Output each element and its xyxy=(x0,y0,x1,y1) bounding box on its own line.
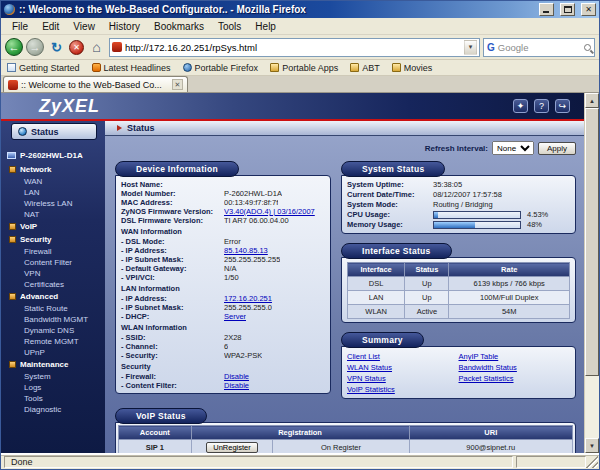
reload-button[interactable]: ↻ xyxy=(47,38,66,57)
sidebar-item-dynamic-dns[interactable]: Dynamic DNS xyxy=(1,325,105,336)
sidebar-item-lan[interactable]: LAN xyxy=(1,187,105,198)
device-info-body: Host Name:Model Number:P-2602HWL-D1AMAC … xyxy=(115,175,331,394)
vertical-scrollbar[interactable]: ▲ ▼ xyxy=(584,93,599,453)
device-info-row: Host Name: xyxy=(121,180,325,189)
sidebar-item-firewall[interactable]: Firewall xyxy=(1,246,105,257)
system-status-label: CPU Usage: xyxy=(347,210,433,220)
device-info-label: DSL Firmware Version: xyxy=(121,216,224,225)
sidebar-item-content-filter[interactable]: Content Filter xyxy=(1,257,105,268)
status-bar: Done xyxy=(1,453,599,469)
sidebar-item-wireless-lan[interactable]: Wireless LAN xyxy=(1,198,105,209)
window-title: :: Welcome to the Web-Based Configurator… xyxy=(19,4,533,15)
content-column: Status Refresh Interval: None Apply xyxy=(105,121,584,453)
voip-unregister-button[interactable]: UnRegister xyxy=(206,442,258,453)
address-dropdown-button[interactable]: ▾ xyxy=(464,40,477,55)
status-tab-button[interactable]: Status xyxy=(11,123,97,140)
menu-item-history[interactable]: History xyxy=(102,20,147,33)
device-icon xyxy=(7,152,16,159)
apply-button[interactable]: Apply xyxy=(538,142,576,155)
home-button[interactable]: ⌂ xyxy=(87,38,106,57)
summary-link-vpn-status[interactable]: VPN Status xyxy=(347,373,459,384)
logout-icon[interactable]: ↪ xyxy=(555,99,570,113)
search-bar[interactable]: G Google xyxy=(483,38,595,57)
sidebar-item-diagnostic[interactable]: Diagnostic xyxy=(1,404,105,415)
device-info-row: - Firewall:Disable xyxy=(121,372,325,381)
address-bar[interactable]: http://172.16.20.251/rpSys.html ▾ xyxy=(109,38,480,57)
device-info-value: Error xyxy=(224,237,241,246)
summary-link-packet-statistics[interactable]: Packet Statistics xyxy=(459,373,571,384)
sidebar-item-remote-mgmt[interactable]: Remote MGMT xyxy=(1,336,105,347)
scroll-down-button[interactable]: ▼ xyxy=(585,438,599,453)
sidebar-section-security[interactable]: Security xyxy=(1,233,105,246)
scroll-track[interactable] xyxy=(585,376,599,438)
device-info-value: TI AR7 06.00.04.00 xyxy=(224,216,289,225)
device-info-value[interactable]: Disable xyxy=(224,381,249,390)
sidebar-item-certificates[interactable]: Certificates xyxy=(1,279,105,290)
bookmark-item[interactable]: Movies xyxy=(392,63,433,73)
sidebar-item-logs[interactable]: Logs xyxy=(1,382,105,393)
close-button[interactable]: ✕ xyxy=(581,3,596,16)
menu-item-edit[interactable]: Edit xyxy=(35,20,66,33)
summary-link-wlan-status[interactable]: WLAN Status xyxy=(347,362,459,373)
bookmark-item[interactable]: Portable Apps xyxy=(270,63,338,73)
summary-link-anyip-table[interactable]: AnyIP Table xyxy=(459,351,571,362)
address-input[interactable]: http://172.16.20.251/rpSys.html xyxy=(125,42,461,53)
minimize-button[interactable] xyxy=(539,3,554,16)
summary-link-client-list[interactable]: Client List xyxy=(347,351,459,362)
title-bar: :: Welcome to the Web-Based Configurator… xyxy=(1,1,599,18)
device-info-label: - SSID: xyxy=(121,333,224,342)
back-button[interactable]: ← xyxy=(5,38,23,56)
google-logo-icon: G xyxy=(487,42,495,53)
menu-item-file[interactable]: File xyxy=(5,20,35,33)
bookmark-item[interactable]: Portable Firefox xyxy=(183,63,259,73)
help-icon[interactable]: ? xyxy=(534,99,549,113)
menu-item-tools[interactable]: Tools xyxy=(211,20,248,33)
sidebar-item-static-route[interactable]: Static Route xyxy=(1,303,105,314)
menu-item-bookmarks[interactable]: Bookmarks xyxy=(147,20,211,33)
sidebar-item-wan[interactable]: WAN xyxy=(1,176,105,187)
sidebar-section-voip[interactable]: VoIP xyxy=(1,220,105,233)
tab-close-button[interactable]: ✕ xyxy=(172,79,183,90)
device-info-value: 255.255.255.255 xyxy=(224,255,280,264)
device-info-value[interactable]: V3.40(ADO.4) | 03/16/2007 xyxy=(224,207,315,216)
viewport: ZyXEL ✦ ? ↪ Status P-2602HWL-D1ANetworkW… xyxy=(1,93,599,453)
sidebar-item-nat[interactable]: NAT xyxy=(1,209,105,220)
summary-right: AnyIP TableBandwidth StatusPacket Statis… xyxy=(459,351,571,395)
device-info-value[interactable]: 172.16.20.251 xyxy=(224,294,272,303)
device-info-row: MAC Address:00:13:49:f7:8f:7f xyxy=(121,198,325,207)
summary-link-bandwidth-status[interactable]: Bandwidth Status xyxy=(459,362,571,373)
memory-usage-bar xyxy=(433,221,521,229)
menu-item-help[interactable]: Help xyxy=(248,20,283,33)
sidebar-section-maintenance[interactable]: Maintenance xyxy=(1,358,105,371)
stop-button[interactable]: ✕ xyxy=(69,40,84,55)
device-info-value[interactable]: Server xyxy=(224,312,246,321)
scroll-thumb[interactable] xyxy=(585,108,599,376)
usage-bar-fill xyxy=(434,222,475,228)
summary-link-voip-statistics[interactable]: VoIP Statistics xyxy=(347,384,459,395)
resize-grip[interactable] xyxy=(586,456,598,468)
maximize-button[interactable] xyxy=(560,3,575,16)
sidebar-item-tools[interactable]: Tools xyxy=(1,393,105,404)
scroll-up-button[interactable]: ▲ xyxy=(585,93,599,108)
system-status-label: System Mode: xyxy=(347,200,433,210)
device-info-value[interactable]: 85.140.85.13 xyxy=(224,246,268,255)
forward-button[interactable]: → xyxy=(26,38,44,56)
sidebar-section-advanced[interactable]: Advanced xyxy=(1,290,105,303)
search-input[interactable]: Google xyxy=(498,42,581,53)
sidebar-item-vpn[interactable]: VPN xyxy=(1,268,105,279)
menu-item-view[interactable]: View xyxy=(66,20,102,33)
voip-col-header: Registration xyxy=(191,426,409,440)
device-info-value: 1/50 xyxy=(224,273,239,282)
tab-active[interactable]: :: Welcome to the Web-Based Co... ✕ xyxy=(3,76,188,92)
sidebar-section-network[interactable]: Network xyxy=(1,163,105,176)
device-info-label: - IP Address: xyxy=(121,294,224,303)
sidebar-item-upnp[interactable]: UPnP xyxy=(1,347,105,358)
bookmark-item[interactable]: Getting Started xyxy=(7,63,80,73)
wizard-icon[interactable]: ✦ xyxy=(513,99,528,113)
sidebar-item-system[interactable]: System xyxy=(1,371,105,382)
device-info-value[interactable]: Disable xyxy=(224,372,249,381)
sidebar-item-bandwidth-mgmt[interactable]: Bandwidth MGMT xyxy=(1,314,105,325)
refresh-interval-select[interactable]: None xyxy=(492,141,534,155)
bookmark-item[interactable]: Latest Headlines xyxy=(92,63,171,73)
bookmark-item[interactable]: ABT xyxy=(350,63,380,73)
